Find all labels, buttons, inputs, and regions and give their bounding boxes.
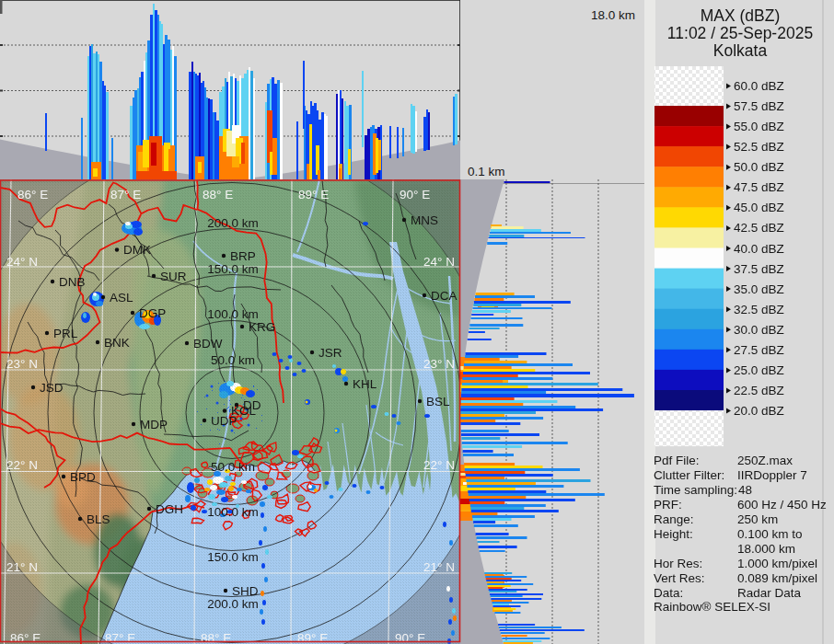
svg-text:Vert Res:: Vert Res: <box>654 571 705 585</box>
svg-text:Kolkata: Kolkata <box>713 41 768 60</box>
svg-text:SHD: SHD <box>232 584 259 598</box>
svg-text:21° N: 21° N <box>6 560 38 574</box>
svg-text:Hor Res:: Hor Res: <box>654 557 702 570</box>
svg-text:ASL: ASL <box>110 291 133 305</box>
svg-text:Pdf File:: Pdf File: <box>654 454 700 467</box>
svg-text:Data:: Data: <box>654 586 683 600</box>
svg-text:50.0 km: 50.0 km <box>211 353 255 367</box>
svg-text:KHL: KHL <box>353 377 377 391</box>
svg-text:24° N: 24° N <box>423 255 455 269</box>
svg-text:42.5 dBZ: 42.5 dBZ <box>734 221 784 235</box>
svg-text:BSL: BSL <box>426 395 450 408</box>
svg-text:23° N: 23° N <box>6 357 38 371</box>
svg-text:BDW: BDW <box>193 337 223 351</box>
svg-text:40.0 dBZ: 40.0 dBZ <box>734 242 784 256</box>
svg-text:55.0 dBZ: 55.0 dBZ <box>734 120 784 133</box>
svg-text:600 Hz / 450 Hz: 600 Hz / 450 Hz <box>737 498 827 512</box>
svg-text:100.0 km: 100.0 km <box>207 505 259 519</box>
svg-text:SUR: SUR <box>160 270 187 283</box>
svg-text:89° E: 89° E <box>298 188 329 201</box>
svg-text:30.0 dBZ: 30.0 dBZ <box>734 323 784 337</box>
svg-text:200.0 km: 200.0 km <box>207 216 259 230</box>
svg-text:47.5 dBZ: 47.5 dBZ <box>734 180 784 194</box>
svg-text:Time sampling:: Time sampling: <box>654 483 737 497</box>
svg-text:BLS: BLS <box>87 512 110 526</box>
svg-text:JSR: JSR <box>319 346 342 360</box>
svg-text:52.5 dBZ: 52.5 dBZ <box>734 140 784 154</box>
svg-text:0.100 km to: 0.100 km to <box>737 527 803 541</box>
svg-text:22.5 dBZ: 22.5 dBZ <box>734 384 784 397</box>
svg-text:PRL: PRL <box>53 327 78 340</box>
svg-text:57.5 dBZ: 57.5 dBZ <box>734 99 784 113</box>
svg-text:0.1 km: 0.1 km <box>468 165 505 178</box>
svg-text:DGP: DGP <box>139 306 166 320</box>
svg-text:BPD: BPD <box>70 470 96 484</box>
svg-text:60.0 dBZ: 60.0 dBZ <box>734 79 784 93</box>
svg-text:22° N: 22° N <box>423 458 455 472</box>
svg-text:50.0 km: 50.0 km <box>211 460 255 474</box>
svg-text:18.0 km: 18.0 km <box>591 8 635 22</box>
svg-text:PRF:: PRF: <box>654 498 682 512</box>
svg-text:MDP: MDP <box>140 418 168 431</box>
svg-text:UDP: UDP <box>211 414 237 428</box>
svg-text:20.0 dBZ: 20.0 dBZ <box>734 404 784 418</box>
svg-text:88° E: 88° E <box>203 188 233 201</box>
svg-text:150.0 km: 150.0 km <box>207 262 259 276</box>
svg-text:32.5 dBZ: 32.5 dBZ <box>734 303 784 316</box>
svg-text:1.000 km/pixel: 1.000 km/pixel <box>737 557 817 570</box>
svg-text:48: 48 <box>738 483 752 497</box>
svg-text:Height:: Height: <box>654 527 693 541</box>
svg-text:JSD: JSD <box>40 381 64 395</box>
svg-text:DGH: DGH <box>156 502 183 516</box>
svg-text:DNB: DNB <box>59 275 86 289</box>
svg-text:25.0 dBZ: 25.0 dBZ <box>734 363 784 377</box>
svg-text:150.0 km: 150.0 km <box>207 550 259 564</box>
svg-text:27.5 dBZ: 27.5 dBZ <box>734 343 784 357</box>
svg-text:37.5 dBZ: 37.5 dBZ <box>734 262 784 276</box>
svg-text:87° E: 87° E <box>110 188 141 201</box>
svg-text:IIRDoppler 7: IIRDoppler 7 <box>737 468 807 482</box>
svg-text:18.000 km: 18.000 km <box>737 542 795 556</box>
svg-text:BRP: BRP <box>230 249 256 263</box>
svg-text:45.0 dBZ: 45.0 dBZ <box>734 201 784 214</box>
svg-text:24° N: 24° N <box>6 255 38 269</box>
svg-text:Rainbow® SELEX-SI: Rainbow® SELEX-SI <box>654 600 770 614</box>
svg-text:Radar Data: Radar Data <box>737 586 802 600</box>
svg-text:KRG: KRG <box>249 320 275 334</box>
svg-text:MAX (dBZ): MAX (dBZ) <box>701 6 781 25</box>
svg-text:100.0 km: 100.0 km <box>207 307 259 321</box>
svg-text:50.0 dBZ: 50.0 dBZ <box>734 160 784 174</box>
svg-text:MNS: MNS <box>411 213 438 227</box>
svg-text:22° N: 22° N <box>6 458 38 472</box>
svg-text:DCA: DCA <box>431 289 458 303</box>
svg-text:BNK: BNK <box>104 336 130 350</box>
svg-text:Clutter Filter:: Clutter Filter: <box>654 468 724 482</box>
svg-text:200.0 km: 200.0 km <box>207 597 259 611</box>
svg-text:DMK: DMK <box>123 243 151 257</box>
svg-text:21° N: 21° N <box>423 560 455 574</box>
svg-text:Range:: Range: <box>654 512 694 526</box>
svg-text:11:02 / 25-Sep-2025: 11:02 / 25-Sep-2025 <box>667 24 813 42</box>
svg-text:250Z.max: 250Z.max <box>737 454 793 467</box>
svg-text:250 km: 250 km <box>737 512 778 526</box>
svg-text:35.0 dBZ: 35.0 dBZ <box>734 282 784 296</box>
svg-text:23° N: 23° N <box>423 357 455 371</box>
svg-text:90° E: 90° E <box>400 188 430 201</box>
svg-text:86° E: 86° E <box>17 188 48 201</box>
svg-text:0.089 km/pixel: 0.089 km/pixel <box>737 571 817 585</box>
